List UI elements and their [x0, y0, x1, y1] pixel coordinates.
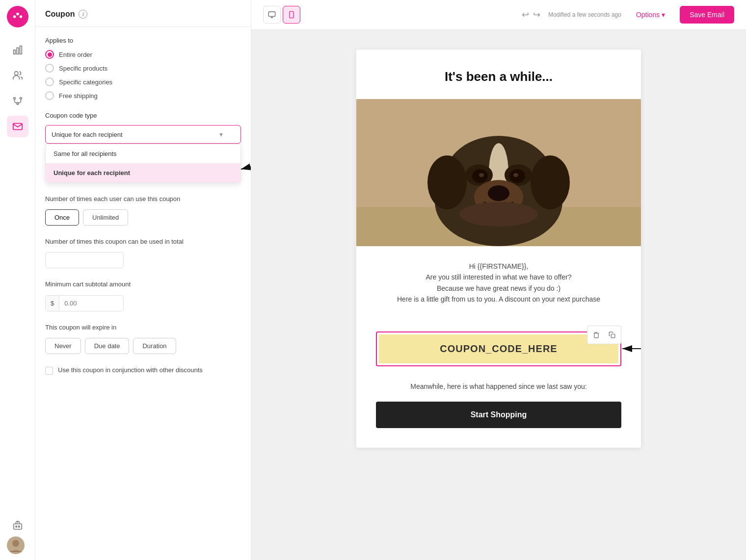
conjunction-checkbox[interactable] [45, 367, 53, 375]
email-hero-image [356, 99, 641, 246]
left-navigation [0, 0, 35, 560]
mobile-view-button[interactable] [283, 6, 300, 24]
svg-point-7 [13, 98, 15, 100]
svg-point-0 [13, 15, 16, 18]
start-shopping-label: Start Shopping [471, 410, 527, 419]
radio-circle-entire-order [45, 50, 54, 59]
svg-point-36 [459, 202, 538, 227]
svg-point-35 [531, 155, 570, 209]
expiry-label: This coupon will expire in [45, 323, 241, 332]
contacts-icon [12, 70, 23, 81]
radio-circle-free-shipping [45, 91, 54, 100]
email-title: It's been a while... [376, 69, 621, 84]
coupon-block-wrapper: COUPON_CODE_HERE [376, 331, 621, 366]
options-button[interactable]: Options ▾ [629, 7, 672, 23]
coupon-code-type-label: Coupon code type [45, 112, 241, 119]
save-email-label: Save Email [690, 11, 724, 19]
usage-total-label: Number of times this coupon can be used … [45, 237, 241, 246]
svg-point-14 [18, 526, 20, 527]
main-content: ↩ ↪ Modified a few seconds ago Options ▾… [251, 0, 746, 560]
svg-rect-3 [13, 50, 15, 54]
email-what-happened: Meanwhile, here is what happened since w… [356, 381, 641, 402]
dog-svg [356, 99, 641, 246]
usage-per-user-section: Number of times each user can use this c… [45, 195, 241, 226]
panel-header: Coupon i [35, 0, 251, 27]
email-line2: Because we have great news if you do :) [376, 283, 621, 294]
min-cart-label: Minimum cart subtotal amount [45, 280, 241, 289]
panel-content: Applies to Entire order Specific product… [35, 27, 251, 396]
save-email-button[interactable]: Save Email [680, 6, 734, 24]
chevron-down-icon: ▾ [219, 130, 223, 138]
svg-point-33 [488, 185, 509, 201]
email-body-text: Hi {{FIRSTNAME}}, Are you still interest… [376, 261, 621, 305]
usage-unlimited-button[interactable]: Unlimited [83, 209, 128, 226]
email-line3: Here is a little gift from us to you. A … [376, 294, 621, 305]
coupon-code-type-select[interactable]: Unique for each recipient ▾ [45, 125, 241, 144]
start-shopping-button[interactable]: Start Shopping [376, 402, 621, 428]
radio-entire-order[interactable]: Entire order [45, 50, 241, 59]
usage-per-user-label: Number of times each user can use this c… [45, 195, 241, 204]
svg-point-31 [513, 173, 518, 177]
sidebar-item-flows[interactable] [7, 90, 28, 112]
applies-to-radio-group: Entire order Specific products Specific … [45, 50, 241, 100]
email-header: It's been a while... [356, 50, 641, 99]
usage-total-section: Number of times this coupon can be used … [45, 237, 241, 268]
options-label: Options [636, 11, 660, 19]
coupon-copy-button[interactable] [605, 328, 619, 342]
app-logo[interactable] [7, 6, 28, 27]
copy-icon [609, 331, 615, 338]
radio-specific-categories[interactable]: Specific categories [45, 77, 241, 86]
sidebar-item-contacts[interactable] [7, 65, 28, 86]
sidebar-item-bot[interactable] [7, 515, 28, 536]
applies-to-label: Applies to [45, 37, 241, 44]
usage-total-input[interactable] [45, 252, 124, 268]
conjunction-section: Use this coupon in conjunction with othe… [45, 366, 241, 375]
logo-icon [12, 11, 23, 22]
avatar-image [7, 536, 25, 554]
radio-specific-products[interactable]: Specific products [45, 64, 241, 73]
usage-once-button[interactable]: Once [45, 209, 79, 226]
dropdown-item-unique[interactable]: Unique for each recipient [46, 163, 240, 182]
min-cart-input-wrapper: $ [45, 295, 124, 311]
expiry-duration-button[interactable]: Duration [133, 338, 176, 354]
sidebar-item-email[interactable] [7, 116, 28, 137]
user-avatar[interactable] [7, 536, 25, 554]
expiry-never-button[interactable]: Never [45, 338, 81, 354]
email-line1: Are you still interested in what we have… [376, 272, 621, 282]
coupon-delete-button[interactable] [589, 328, 603, 342]
topbar: ↩ ↪ Modified a few seconds ago Options ▾… [251, 0, 746, 30]
email-greeting: Hi {{FIRSTNAME}}, [376, 261, 621, 272]
mobile-icon [288, 11, 295, 19]
dropdown-item-same[interactable]: Same for all recipients [46, 144, 240, 163]
info-icon[interactable]: i [79, 10, 87, 19]
min-cart-input[interactable] [59, 296, 123, 311]
undo-button[interactable]: ↩ [522, 9, 529, 20]
svg-rect-18 [268, 12, 275, 16]
modified-text: Modified a few seconds ago [548, 11, 621, 18]
radio-circle-specific-products [45, 64, 54, 73]
desktop-view-button[interactable] [263, 6, 281, 24]
bot-icon [12, 520, 23, 531]
view-toggle-group [263, 6, 300, 24]
expiry-due-date-button[interactable]: Due date [85, 338, 130, 354]
conjunction-checkbox-row: Use this coupon in conjunction with othe… [45, 366, 241, 375]
coupon-code-type-dropdown: Same for all recipients Unique for each … [45, 144, 241, 183]
expiry-btn-group: Never Due date Duration [45, 338, 241, 354]
min-cart-section: Minimum cart subtotal amount $ [45, 280, 241, 311]
sidebar-item-analytics[interactable] [7, 39, 28, 61]
trash-icon [593, 331, 600, 338]
expiry-section: This coupon will expire in Never Due dat… [45, 323, 241, 354]
undo-redo-group: ↩ ↪ [522, 9, 540, 20]
canvas-area: It's been a while... [251, 30, 746, 560]
redo-button[interactable]: ↪ [533, 9, 540, 20]
options-chevron-icon: ▾ [662, 11, 665, 19]
radio-label-specific-categories: Specific categories [59, 78, 112, 86]
dollar-prefix: $ [46, 296, 59, 311]
select-value: Unique for each recipient [52, 131, 123, 138]
coupon-code-display: COUPON_CODE_HERE [379, 334, 618, 363]
email-body: Hi {{FIRSTNAME}}, Are you still interest… [356, 246, 641, 331]
svg-point-16 [12, 540, 19, 547]
coupon-block-selected[interactable]: COUPON_CODE_HERE [376, 331, 621, 366]
radio-free-shipping[interactable]: Free shipping [45, 91, 241, 100]
desktop-icon [268, 11, 276, 19]
